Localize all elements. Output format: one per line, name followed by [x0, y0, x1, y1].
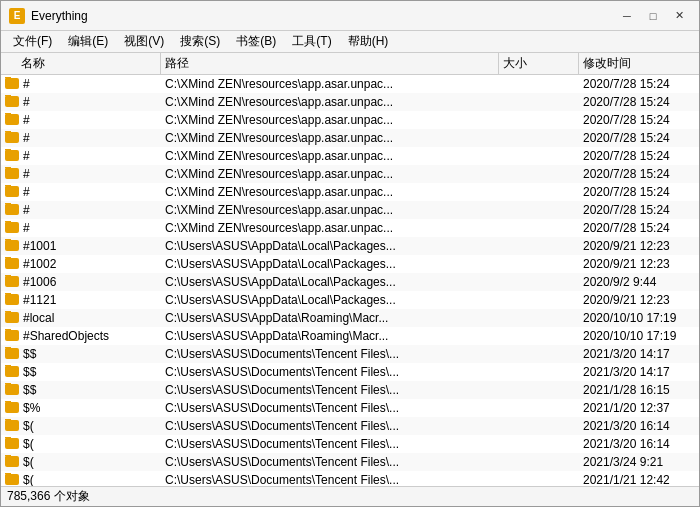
file-name-cell: $(: [1, 455, 161, 469]
table-row[interactable]: #C:\XMind ZEN\resources\app.asar.unpac..…: [1, 129, 699, 147]
file-path-cell: C:\Users\ASUS\AppData\Local\Packages...: [161, 239, 499, 253]
table-row[interactable]: $(C:\Users\ASUS\Documents\Tencent Files\…: [1, 453, 699, 471]
file-date-cell: 2020/9/21 12:23: [579, 293, 699, 307]
file-name: $(: [23, 437, 34, 451]
table-row[interactable]: #SharedObjectsC:\Users\ASUS\AppData\Roam…: [1, 327, 699, 345]
content-area: 名称 路径 大小 修改时间 #C:\XMind ZEN\resources\ap…: [1, 53, 699, 486]
file-name: $(: [23, 419, 34, 433]
table-row[interactable]: $$C:\Users\ASUS\Documents\Tencent Files\…: [1, 345, 699, 363]
file-name-cell: #: [1, 131, 161, 145]
file-path-cell: C:\XMind ZEN\resources\app.asar.unpac...: [161, 203, 499, 217]
file-path-cell: C:\Users\ASUS\Documents\Tencent Files\..…: [161, 437, 499, 451]
file-date-cell: 2020/7/28 15:24: [579, 185, 699, 199]
col-header-date[interactable]: 修改时间: [579, 53, 699, 74]
app-icon: E: [9, 8, 25, 24]
file-name-cell: $(: [1, 437, 161, 451]
file-path-cell: C:\Users\ASUS\Documents\Tencent Files\..…: [161, 473, 499, 486]
file-path-cell: C:\XMind ZEN\resources\app.asar.unpac...: [161, 185, 499, 199]
file-path-cell: C:\Users\ASUS\AppData\Roaming\Macr...: [161, 311, 499, 325]
folder-icon: [5, 330, 19, 341]
file-name-cell: #SharedObjects: [1, 329, 161, 343]
minimize-button[interactable]: ─: [615, 6, 639, 26]
file-path-cell: C:\Users\ASUS\AppData\Roaming\Macr...: [161, 329, 499, 343]
menu-edit[interactable]: 编辑(E): [60, 31, 116, 52]
file-date-cell: 2021/3/20 16:14: [579, 419, 699, 433]
folder-icon: [5, 258, 19, 269]
menu-tools[interactable]: 工具(T): [284, 31, 339, 52]
file-path-cell: C:\Users\ASUS\AppData\Local\Packages...: [161, 275, 499, 289]
close-button[interactable]: ✕: [667, 6, 691, 26]
file-name: $%: [23, 401, 40, 415]
table-row[interactable]: #1002C:\Users\ASUS\AppData\Local\Package…: [1, 255, 699, 273]
table-row[interactable]: $%C:\Users\ASUS\Documents\Tencent Files\…: [1, 399, 699, 417]
folder-icon: [5, 222, 19, 233]
window-title: Everything: [31, 9, 88, 23]
folder-icon: [5, 240, 19, 251]
table-row[interactable]: #C:\XMind ZEN\resources\app.asar.unpac..…: [1, 183, 699, 201]
file-name: $$: [23, 365, 36, 379]
file-date-cell: 2021/3/20 14:17: [579, 347, 699, 361]
table-row[interactable]: #1006C:\Users\ASUS\AppData\Local\Package…: [1, 273, 699, 291]
menu-view[interactable]: 视图(V): [116, 31, 172, 52]
col-header-size[interactable]: 大小: [499, 53, 579, 74]
file-name: #: [23, 131, 30, 145]
table-row[interactable]: $(C:\Users\ASUS\Documents\Tencent Files\…: [1, 417, 699, 435]
maximize-button[interactable]: □: [641, 6, 665, 26]
file-date-cell: 2020/7/28 15:24: [579, 95, 699, 109]
table-row[interactable]: #1121C:\Users\ASUS\AppData\Local\Package…: [1, 291, 699, 309]
file-name-cell: #: [1, 185, 161, 199]
file-name: #: [23, 77, 30, 91]
menu-bar: 文件(F) 编辑(E) 视图(V) 搜索(S) 书签(B) 工具(T) 帮助(H…: [1, 31, 699, 53]
file-name-cell: #1006: [1, 275, 161, 289]
folder-icon: [5, 366, 19, 377]
table-row[interactable]: #C:\XMind ZEN\resources\app.asar.unpac..…: [1, 111, 699, 129]
table-row[interactable]: #1001C:\Users\ASUS\AppData\Local\Package…: [1, 237, 699, 255]
menu-help[interactable]: 帮助(H): [340, 31, 397, 52]
file-date-cell: 2021/1/20 12:37: [579, 401, 699, 415]
file-name-cell: #: [1, 203, 161, 217]
table-row[interactable]: #C:\XMind ZEN\resources\app.asar.unpac..…: [1, 219, 699, 237]
file-name: #1121: [23, 293, 56, 307]
file-name: $(: [23, 455, 34, 469]
file-name-cell: $$: [1, 365, 161, 379]
file-date-cell: 2020/7/28 15:24: [579, 131, 699, 145]
menu-file[interactable]: 文件(F): [5, 31, 60, 52]
file-name: $(: [23, 473, 34, 486]
file-date-cell: 2020/7/28 15:24: [579, 221, 699, 235]
col-header-name[interactable]: 名称: [1, 53, 161, 74]
folder-icon: [5, 402, 19, 413]
file-path-cell: C:\Users\ASUS\Documents\Tencent Files\..…: [161, 383, 499, 397]
file-list[interactable]: #C:\XMind ZEN\resources\app.asar.unpac..…: [1, 75, 699, 486]
table-row[interactable]: $(C:\Users\ASUS\Documents\Tencent Files\…: [1, 435, 699, 453]
table-row[interactable]: $$C:\Users\ASUS\Documents\Tencent Files\…: [1, 363, 699, 381]
folder-icon: [5, 132, 19, 143]
menu-bookmarks[interactable]: 书签(B): [228, 31, 284, 52]
file-name: $$: [23, 347, 36, 361]
folder-icon: [5, 456, 19, 467]
title-controls: ─ □ ✕: [615, 6, 691, 26]
file-name-cell: #local: [1, 311, 161, 325]
col-header-path[interactable]: 路径: [161, 53, 499, 74]
file-date-cell: 2020/10/10 17:19: [579, 329, 699, 343]
folder-icon: [5, 276, 19, 287]
menu-search[interactable]: 搜索(S): [172, 31, 228, 52]
title-bar-left: E Everything: [9, 8, 88, 24]
table-row[interactable]: #localC:\Users\ASUS\AppData\Roaming\Macr…: [1, 309, 699, 327]
table-row[interactable]: #C:\XMind ZEN\resources\app.asar.unpac..…: [1, 93, 699, 111]
file-name-cell: $%: [1, 401, 161, 415]
table-row[interactable]: #C:\XMind ZEN\resources\app.asar.unpac..…: [1, 75, 699, 93]
file-name-cell: $(: [1, 419, 161, 433]
file-path-cell: C:\Users\ASUS\Documents\Tencent Files\..…: [161, 455, 499, 469]
table-row[interactable]: #C:\XMind ZEN\resources\app.asar.unpac..…: [1, 165, 699, 183]
file-name: #: [23, 203, 30, 217]
table-row[interactable]: #C:\XMind ZEN\resources\app.asar.unpac..…: [1, 147, 699, 165]
file-name-cell: $$: [1, 347, 161, 361]
file-date-cell: 2021/3/20 14:17: [579, 365, 699, 379]
file-date-cell: 2020/9/21 12:23: [579, 257, 699, 271]
folder-icon: [5, 204, 19, 215]
table-row[interactable]: $$C:\Users\ASUS\Documents\Tencent Files\…: [1, 381, 699, 399]
folder-icon: [5, 438, 19, 449]
table-row[interactable]: #C:\XMind ZEN\resources\app.asar.unpac..…: [1, 201, 699, 219]
table-row[interactable]: $(C:\Users\ASUS\Documents\Tencent Files\…: [1, 471, 699, 486]
file-date-cell: 2020/10/10 17:19: [579, 311, 699, 325]
